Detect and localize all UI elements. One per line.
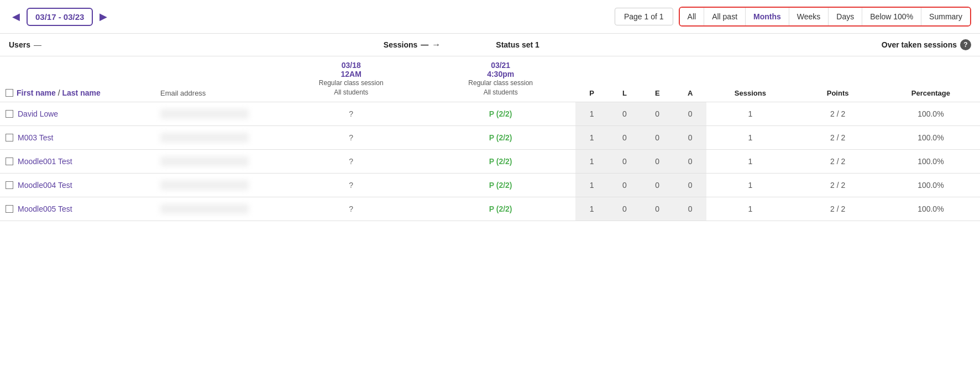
top-bar: ◀ 03/17 - 03/23 ▶ Page 1 of 1 AllAll pas… — [0, 0, 980, 34]
users-text: Users — [9, 40, 30, 49]
email-blurred — [160, 109, 249, 119]
user-name-link[interactable]: Moodle004 Test — [18, 181, 72, 190]
users-label: Users — — [9, 40, 41, 49]
name-column-header: First name / Last name — [0, 56, 155, 102]
last-name-text: Last name — [62, 88, 100, 97]
help-icon[interactable]: ? — [960, 39, 971, 50]
email-blurred — [160, 204, 249, 214]
row-checkbox[interactable] — [6, 205, 13, 213]
stat-l-header: L — [608, 56, 641, 102]
percentage-value: 100.0% — [882, 197, 980, 221]
filter-allpast-button[interactable]: All past — [704, 8, 746, 25]
filter-summary-button[interactable]: Summary — [921, 8, 970, 25]
session2-type: Regular class session — [431, 78, 569, 88]
sessions-value: 1 — [706, 197, 794, 221]
row-checkbox[interactable] — [6, 110, 13, 118]
sessions-dash: — — [421, 40, 428, 49]
select-all-checkbox[interactable] — [6, 89, 13, 97]
sessions-label: Sessions — → — [384, 40, 441, 50]
session2-value: P (2/2) — [426, 149, 575, 173]
points-value: 2 / 2 — [794, 173, 882, 197]
user-name-link[interactable]: M003 Test — [18, 133, 53, 142]
percentage-col-header: Percentage — [882, 56, 980, 102]
table-row: Moodle005 Test ? P (2/2) 1 0 0 0 1 2 / 2… — [0, 197, 980, 221]
percentage-value: 100.0% — [882, 149, 980, 173]
email-cell — [155, 102, 276, 125]
filter-days-button[interactable]: Days — [829, 8, 862, 25]
filter-group: AllAll pastMonthsWeeksDaysBelow 100%Summ… — [679, 7, 971, 27]
session1-value: ? — [276, 173, 426, 197]
prev-date-button[interactable]: ◀ — [9, 9, 23, 24]
top-right-controls: Page 1 of 1 AllAll pastMonthsWeeksDaysBe… — [615, 7, 971, 27]
session2-time: 4:30pm — [487, 70, 514, 78]
page-info: Page 1 of 1 — [615, 8, 673, 25]
stat-a-value: 0 — [674, 173, 706, 197]
over-taken-text: Over taken sessions — [882, 40, 957, 49]
user-name-cell: Moodle001 Test — [0, 149, 155, 173]
stat-l-value: 0 — [608, 173, 641, 197]
user-name-cell: Moodle005 Test — [0, 197, 155, 221]
users-dash: — — [34, 40, 41, 49]
email-blurred — [160, 156, 249, 166]
session1-date: 03/18 — [282, 61, 420, 70]
stat-a-value: 0 — [674, 125, 706, 149]
filter-weeks-button[interactable]: Weeks — [789, 8, 829, 25]
email-blurred — [160, 133, 249, 143]
session2-value: P (2/2) — [426, 102, 575, 125]
row-checkbox[interactable] — [6, 134, 13, 141]
points-col-header: Points — [794, 56, 882, 102]
next-date-button[interactable]: ▶ — [96, 9, 111, 24]
filter-below100-button[interactable]: Below 100% — [862, 8, 921, 25]
session1-value: ? — [276, 149, 426, 173]
sessions-arrow: → — [432, 40, 441, 50]
session1-value: ? — [276, 102, 426, 125]
email-column-header: Email address — [155, 56, 276, 102]
session1-value: ? — [276, 197, 426, 221]
email-cell — [155, 173, 276, 197]
stat-a-value: 0 — [674, 149, 706, 173]
row-checkbox[interactable] — [6, 181, 13, 189]
percentage-value: 100.0% — [882, 125, 980, 149]
user-name-link[interactable]: David Lowe — [18, 109, 58, 118]
stat-l-value: 0 — [608, 125, 641, 149]
first-name-text: First name — [17, 88, 56, 97]
table-row: Moodle004 Test ? P (2/2) 1 0 0 0 1 2 / 2… — [0, 173, 980, 197]
filter-months-button[interactable]: Months — [746, 8, 789, 25]
stat-p-value: 1 — [575, 125, 608, 149]
user-name-link[interactable]: Moodle001 Test — [18, 157, 72, 166]
points-value: 2 / 2 — [794, 125, 882, 149]
points-value: 2 / 2 — [794, 102, 882, 125]
points-value: 2 / 2 — [794, 149, 882, 173]
stat-l-value: 0 — [608, 197, 641, 221]
stat-a-header: A — [674, 56, 706, 102]
stat-e-value: 0 — [641, 125, 674, 149]
session1-type: Regular class session — [282, 78, 420, 88]
sessions-value: 1 — [706, 125, 794, 149]
date-range-button[interactable]: 03/17 - 03/23 — [27, 8, 93, 26]
session1-column-header: 03/18 12AM Regular class session All stu… — [276, 56, 426, 102]
table-row: David Lowe ? P (2/2) 1 0 0 0 1 2 / 2 100… — [0, 102, 980, 125]
session2-value: P (2/2) — [426, 173, 575, 197]
user-name-link[interactable]: Moodle005 Test — [18, 204, 72, 213]
stat-e-header: E — [641, 56, 674, 102]
user-name-cell: David Lowe — [0, 102, 155, 125]
sessions-value: 1 — [706, 173, 794, 197]
stat-a-value: 0 — [674, 197, 706, 221]
table-row: M003 Test ? P (2/2) 1 0 0 0 1 2 / 2 100.… — [0, 125, 980, 149]
status-set-label: Status set 1 — [496, 40, 539, 49]
stat-a-value: 0 — [674, 102, 706, 125]
percentage-value: 100.0% — [882, 173, 980, 197]
row-checkbox[interactable] — [6, 158, 13, 165]
sessions-text: Sessions — [384, 40, 417, 49]
over-taken-label: Over taken sessions ? — [882, 39, 971, 50]
column-headers-row: First name / Last name Email address 03/… — [0, 56, 980, 102]
filter-all-button[interactable]: All — [680, 8, 705, 25]
email-cell — [155, 149, 276, 173]
session2-audience: All students — [431, 88, 569, 97]
stat-p-value: 1 — [575, 197, 608, 221]
first-name-label: First name / Last name — [17, 88, 101, 97]
sessions-value: 1 — [706, 102, 794, 125]
stat-e-value: 0 — [641, 197, 674, 221]
main-table-container: First name / Last name Email address 03/… — [0, 56, 980, 221]
session1-value: ? — [276, 125, 426, 149]
